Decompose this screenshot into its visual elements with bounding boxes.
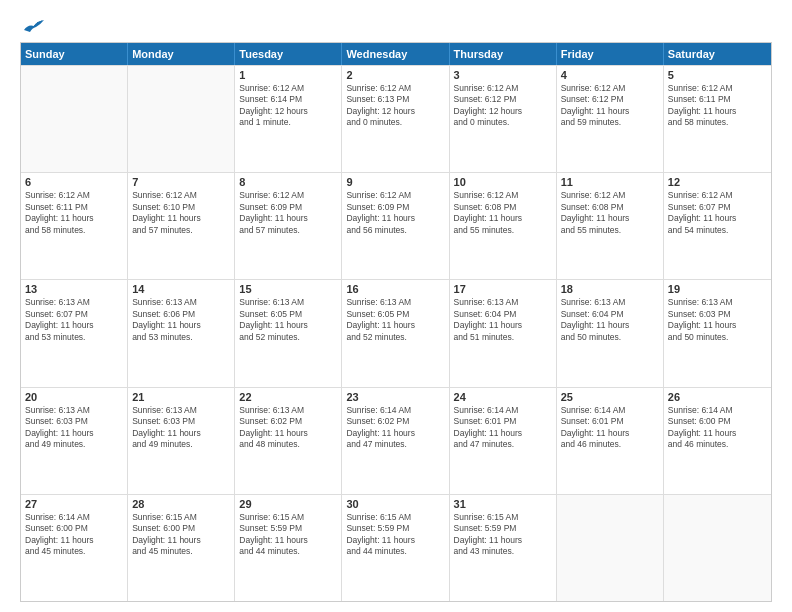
cell-info-line: and 47 minutes.: [346, 439, 444, 450]
cell-info-line: Daylight: 12 hours: [239, 106, 337, 117]
calendar-row-4: 20Sunrise: 6:13 AMSunset: 6:03 PMDayligh…: [21, 387, 771, 494]
logo-bird-icon: [22, 16, 46, 34]
cell-info-line: and 1 minute.: [239, 117, 337, 128]
header-day-sunday: Sunday: [21, 43, 128, 65]
calendar-cell: 18Sunrise: 6:13 AMSunset: 6:04 PMDayligh…: [557, 280, 664, 386]
calendar-row-1: 1Sunrise: 6:12 AMSunset: 6:14 PMDaylight…: [21, 65, 771, 172]
cell-info-line: and 53 minutes.: [132, 332, 230, 343]
cell-info-line: and 44 minutes.: [346, 546, 444, 557]
header-day-monday: Monday: [128, 43, 235, 65]
cell-info-line: Sunset: 6:07 PM: [25, 309, 123, 320]
cell-info-line: Daylight: 11 hours: [346, 213, 444, 224]
cell-info-line: Sunset: 6:08 PM: [454, 202, 552, 213]
cell-info-line: Sunrise: 6:15 AM: [454, 512, 552, 523]
cell-info-line: and 43 minutes.: [454, 546, 552, 557]
cell-info-line: Sunset: 6:12 PM: [561, 94, 659, 105]
day-number: 4: [561, 69, 659, 81]
cell-info-line: Sunrise: 6:13 AM: [25, 405, 123, 416]
calendar-body: 1Sunrise: 6:12 AMSunset: 6:14 PMDaylight…: [21, 65, 771, 601]
cell-info-line: and 57 minutes.: [132, 225, 230, 236]
cell-info-line: Daylight: 11 hours: [454, 428, 552, 439]
day-number: 1: [239, 69, 337, 81]
cell-info-line: Sunset: 6:04 PM: [561, 309, 659, 320]
calendar-cell: [128, 66, 235, 172]
cell-info-line: Sunrise: 6:12 AM: [454, 83, 552, 94]
cell-info-line: Sunset: 6:02 PM: [239, 416, 337, 427]
page: SundayMondayTuesdayWednesdayThursdayFrid…: [0, 0, 792, 612]
cell-info-line: Sunset: 6:11 PM: [668, 94, 767, 105]
day-number: 25: [561, 391, 659, 403]
cell-info-line: Daylight: 11 hours: [132, 428, 230, 439]
cell-info-line: Daylight: 11 hours: [561, 428, 659, 439]
header-day-friday: Friday: [557, 43, 664, 65]
day-number: 23: [346, 391, 444, 403]
calendar-cell: 27Sunrise: 6:14 AMSunset: 6:00 PMDayligh…: [21, 495, 128, 601]
cell-info-line: Daylight: 11 hours: [239, 320, 337, 331]
day-number: 17: [454, 283, 552, 295]
cell-info-line: Daylight: 12 hours: [454, 106, 552, 117]
header-day-tuesday: Tuesday: [235, 43, 342, 65]
calendar-cell: 30Sunrise: 6:15 AMSunset: 5:59 PMDayligh…: [342, 495, 449, 601]
calendar-cell: 22Sunrise: 6:13 AMSunset: 6:02 PMDayligh…: [235, 388, 342, 494]
cell-info-line: Sunrise: 6:14 AM: [561, 405, 659, 416]
calendar-cell: 7Sunrise: 6:12 AMSunset: 6:10 PMDaylight…: [128, 173, 235, 279]
calendar-cell: 11Sunrise: 6:12 AMSunset: 6:08 PMDayligh…: [557, 173, 664, 279]
calendar-cell: 15Sunrise: 6:13 AMSunset: 6:05 PMDayligh…: [235, 280, 342, 386]
cell-info-line: Sunset: 6:00 PM: [668, 416, 767, 427]
day-number: 11: [561, 176, 659, 188]
cell-info-line: Sunrise: 6:12 AM: [454, 190, 552, 201]
day-number: 2: [346, 69, 444, 81]
cell-info-line: Sunrise: 6:15 AM: [239, 512, 337, 523]
cell-info-line: and 52 minutes.: [346, 332, 444, 343]
cell-info-line: Sunset: 6:03 PM: [25, 416, 123, 427]
cell-info-line: Daylight: 11 hours: [25, 320, 123, 331]
calendar-row-3: 13Sunrise: 6:13 AMSunset: 6:07 PMDayligh…: [21, 279, 771, 386]
cell-info-line: and 48 minutes.: [239, 439, 337, 450]
cell-info-line: Daylight: 11 hours: [346, 535, 444, 546]
cell-info-line: Daylight: 11 hours: [454, 320, 552, 331]
cell-info-line: and 44 minutes.: [239, 546, 337, 557]
header: [20, 16, 772, 34]
cell-info-line: Sunset: 6:01 PM: [454, 416, 552, 427]
cell-info-line: Sunset: 6:02 PM: [346, 416, 444, 427]
cell-info-line: Daylight: 11 hours: [346, 428, 444, 439]
calendar-cell: 24Sunrise: 6:14 AMSunset: 6:01 PMDayligh…: [450, 388, 557, 494]
cell-info-line: Sunrise: 6:13 AM: [454, 297, 552, 308]
cell-info-line: Sunrise: 6:12 AM: [239, 83, 337, 94]
cell-info-line: Sunrise: 6:13 AM: [239, 297, 337, 308]
cell-info-line: Sunset: 6:03 PM: [132, 416, 230, 427]
calendar-cell: 29Sunrise: 6:15 AMSunset: 5:59 PMDayligh…: [235, 495, 342, 601]
day-number: 14: [132, 283, 230, 295]
cell-info-line: Sunrise: 6:12 AM: [561, 190, 659, 201]
calendar-cell: 13Sunrise: 6:13 AMSunset: 6:07 PMDayligh…: [21, 280, 128, 386]
cell-info-line: Sunset: 6:13 PM: [346, 94, 444, 105]
day-number: 12: [668, 176, 767, 188]
cell-info-line: and 52 minutes.: [239, 332, 337, 343]
cell-info-line: and 49 minutes.: [132, 439, 230, 450]
cell-info-line: Sunrise: 6:13 AM: [132, 297, 230, 308]
cell-info-line: Sunrise: 6:15 AM: [132, 512, 230, 523]
cell-info-line: and 58 minutes.: [25, 225, 123, 236]
cell-info-line: Sunrise: 6:12 AM: [346, 83, 444, 94]
day-number: 27: [25, 498, 123, 510]
cell-info-line: Sunset: 6:09 PM: [239, 202, 337, 213]
calendar: SundayMondayTuesdayWednesdayThursdayFrid…: [20, 42, 772, 602]
cell-info-line: Daylight: 11 hours: [132, 213, 230, 224]
cell-info-line: Daylight: 11 hours: [25, 428, 123, 439]
cell-info-line: Sunrise: 6:12 AM: [561, 83, 659, 94]
cell-info-line: Sunrise: 6:13 AM: [668, 297, 767, 308]
cell-info-line: Daylight: 11 hours: [668, 320, 767, 331]
calendar-cell: 9Sunrise: 6:12 AMSunset: 6:09 PMDaylight…: [342, 173, 449, 279]
day-number: 5: [668, 69, 767, 81]
cell-info-line: and 46 minutes.: [561, 439, 659, 450]
calendar-cell: 5Sunrise: 6:12 AMSunset: 6:11 PMDaylight…: [664, 66, 771, 172]
day-number: 18: [561, 283, 659, 295]
cell-info-line: and 50 minutes.: [561, 332, 659, 343]
day-number: 31: [454, 498, 552, 510]
day-number: 29: [239, 498, 337, 510]
cell-info-line: Sunrise: 6:14 AM: [25, 512, 123, 523]
cell-info-line: Sunrise: 6:12 AM: [668, 83, 767, 94]
calendar-cell: 16Sunrise: 6:13 AMSunset: 6:05 PMDayligh…: [342, 280, 449, 386]
day-number: 22: [239, 391, 337, 403]
calendar-cell: 4Sunrise: 6:12 AMSunset: 6:12 PMDaylight…: [557, 66, 664, 172]
